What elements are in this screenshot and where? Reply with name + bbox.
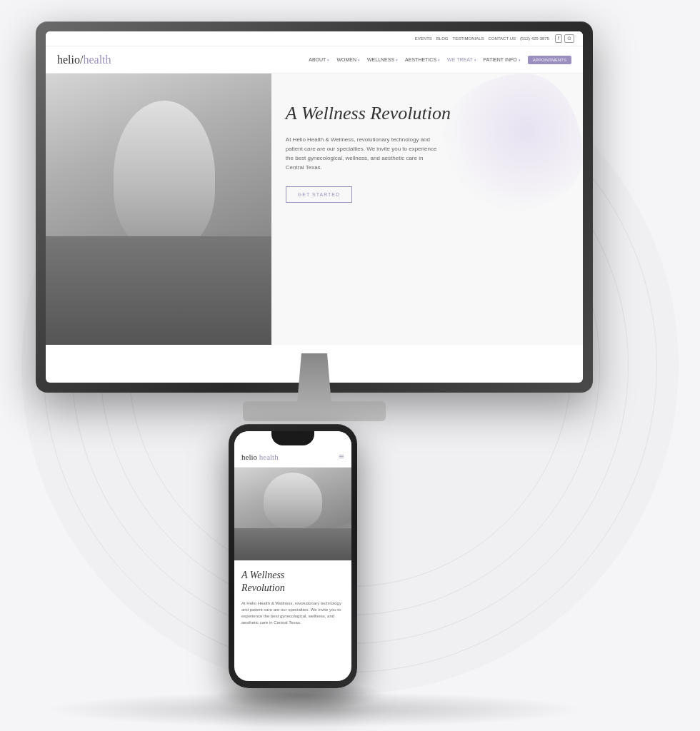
nav-women-chevron: ▾ [358, 58, 360, 62]
nav-appointments[interactable]: APPOINTMENTS [528, 56, 571, 64]
hamburger-menu-icon[interactable]: ≡ [339, 451, 344, 463]
hero-cta-button[interactable]: GET STARTED [286, 186, 352, 203]
phone-title-line2: Revolution [241, 583, 285, 593]
nav-patient-info-chevron: ▾ [519, 58, 521, 62]
desktop-monitor: EVENTS BLOG TESTIMONIALS CONTACT US (512… [36, 21, 593, 428]
nav-aesthetics-label: AESTHETICS [405, 57, 436, 62]
phone-hero-image [234, 468, 351, 560]
hero-content: A Wellness Revolution At Helio Health & … [271, 74, 583, 345]
monitor-screen: EVENTS BLOG TESTIMONIALS CONTACT US (512… [46, 31, 583, 383]
phone-logo-text1: helio [241, 453, 259, 461]
top-nav-blog[interactable]: BLOG [436, 36, 449, 41]
phone-logo: helio health [241, 453, 279, 461]
nav-we-treat-chevron: ▾ [474, 58, 476, 62]
phone-screen: helio health ≡ A Wellness Revolution At … [234, 431, 351, 681]
phone-hero-face [264, 473, 322, 528]
phone-hero-title: A Wellness Revolution [241, 569, 344, 595]
mobile-phone: helio health ≡ A Wellness Revolution At … [229, 424, 357, 688]
hero-body-text: At Helio Health & Wellness, revolutionar… [286, 136, 443, 172]
phone-title-line1: A Wellness [241, 570, 284, 580]
main-nav: ABOUT ▾ WOMEN ▾ WELLNESS ▾ AESTHETICS [309, 56, 571, 64]
facebook-icon[interactable]: f [555, 34, 562, 43]
phone-content: A Wellness Revolution At Helio Health & … [234, 560, 351, 635]
instagram-icon[interactable]: ⊙ [564, 34, 574, 43]
nav-women[interactable]: WOMEN ▾ [336, 57, 360, 62]
phone-notch [271, 431, 314, 445]
nav-women-label: WOMEN [336, 57, 356, 62]
social-icons: f ⊙ [555, 34, 574, 43]
nav-about[interactable]: ABOUT ▾ [309, 57, 329, 62]
hero-image [46, 74, 271, 345]
phone-logo-text2: health [259, 453, 279, 461]
nav-appointments-label: APPOINTMENTS [533, 58, 566, 62]
nav-patient-info[interactable]: PATIENT INFO ▾ [484, 57, 521, 62]
nav-about-chevron: ▾ [327, 58, 329, 62]
nav-aesthetics-chevron: ▾ [438, 58, 440, 62]
nav-patient-info-label: PATIENT INFO [484, 57, 517, 62]
phone-body-text: At Helio Health & Wellness, revolutionar… [241, 600, 344, 626]
top-nav-phone: (512) 425-3875 [520, 36, 549, 41]
monitor-bezel: EVENTS BLOG TESTIMONIALS CONTACT US (512… [36, 21, 593, 393]
scene: EVENTS BLOG TESTIMONIALS CONTACT US (512… [0, 0, 700, 731]
site-logo: helio/health [57, 52, 111, 67]
watercolor-decoration [440, 74, 583, 216]
hero-section: A Wellness Revolution At Helio Health & … [46, 74, 583, 345]
website-top-bar: EVENTS BLOG TESTIMONIALS CONTACT US (512… [46, 31, 583, 46]
top-nav-events[interactable]: EVENTS [415, 36, 432, 41]
phone-hero-body-area [234, 528, 351, 561]
nav-wellness[interactable]: WELLNESS ▾ [367, 57, 398, 62]
logo-text-2: health [83, 54, 111, 66]
top-nav-links: EVENTS BLOG TESTIMONIALS CONTACT US (512… [415, 36, 549, 41]
nav-we-treat-label: WE TREAT [447, 57, 473, 62]
nav-about-label: ABOUT [309, 57, 326, 62]
nav-aesthetics[interactable]: AESTHETICS ▾ [405, 57, 440, 62]
logo-text-1: helio/ [57, 54, 83, 66]
nav-wellness-chevron: ▾ [396, 58, 398, 62]
hero-person-photo [46, 74, 271, 345]
phone-bezel: helio health ≡ A Wellness Revolution At … [229, 424, 357, 688]
nav-wellness-label: WELLNESS [367, 57, 394, 62]
nav-we-treat[interactable]: WE TREAT ▾ [447, 57, 476, 62]
top-nav-contact[interactable]: CONTACT US [489, 36, 516, 41]
website-nav: helio/health ABOUT ▾ WOMEN ▾ WELLNESS [46, 46, 583, 74]
monitor-stand-base [243, 401, 386, 421]
top-nav-testimonials[interactable]: TESTIMONIALS [453, 36, 484, 41]
